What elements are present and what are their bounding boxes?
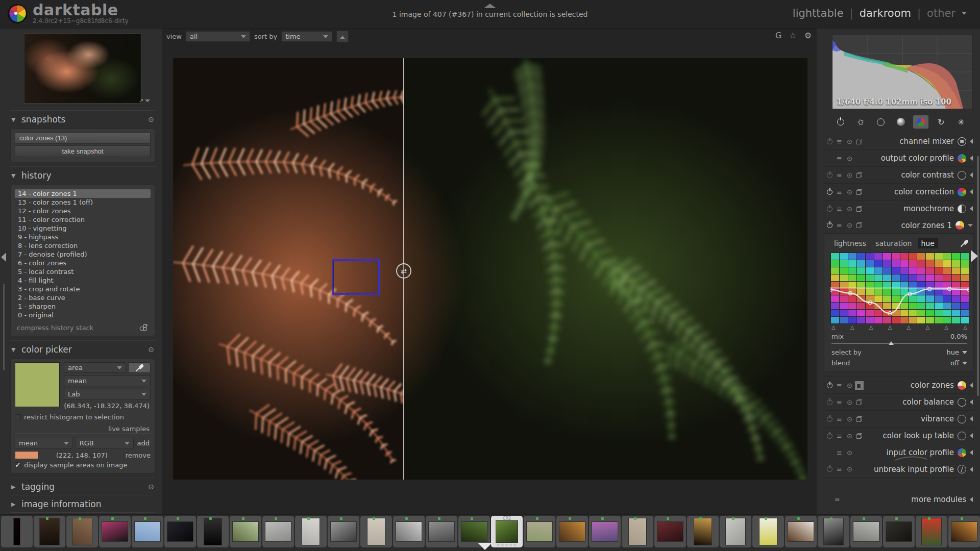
- restrict-histogram-row[interactable]: restrict histogram to selection: [15, 413, 151, 421]
- zone-marker[interactable]: △: [869, 324, 873, 330]
- right-panel-collapse-arrow[interactable]: [971, 250, 978, 264]
- overlays-toggle-icon[interactable]: ☆: [789, 31, 796, 40]
- filmstrip-thumbnail[interactable]: [622, 516, 653, 547]
- module-row-monochrome[interactable]: ≡⊙monochrome: [824, 200, 974, 217]
- reset-icon[interactable]: ⊙: [846, 415, 853, 423]
- blend-row[interactable]: blend off: [830, 357, 968, 368]
- filmstrip-thumbnail[interactable]: [948, 516, 980, 547]
- multi-instance-icon[interactable]: [856, 206, 862, 212]
- history-item[interactable]: 10 - vignetting: [15, 224, 151, 233]
- filmstrip-thumbnail[interactable]: [197, 516, 229, 547]
- history-item[interactable]: 14 - color zones 1: [15, 189, 151, 198]
- active-modules-icon[interactable]: [833, 115, 848, 129]
- power-icon[interactable]: [827, 433, 832, 439]
- history-item[interactable]: 6 - color zones: [15, 259, 151, 267]
- sample-color-swatch[interactable]: [15, 451, 38, 459]
- module-name[interactable]: output color profile: [881, 154, 954, 163]
- filmstrip-thumbnail[interactable]: [654, 516, 686, 547]
- module-row-vibrance[interactable]: ≡⊙vibrance: [824, 410, 974, 427]
- reset-icon[interactable]: ⊙: [846, 188, 853, 196]
- correction-group-icon[interactable]: ↻: [934, 115, 949, 129]
- collapse-arrow-icon[interactable]: [970, 497, 973, 502]
- reset-icon[interactable]: ⊙: [846, 432, 853, 440]
- filmstrip-thumbnail[interactable]: [818, 516, 849, 547]
- presets-icon[interactable]: ≡: [836, 138, 843, 145]
- zone-marker[interactable]: △: [963, 324, 967, 330]
- presets-icon[interactable]: ≡: [836, 205, 843, 213]
- view-other[interactable]: other: [927, 7, 955, 19]
- history-item[interactable]: 12 - color zones: [15, 207, 151, 215]
- picker-mode-select[interactable]: area: [64, 362, 126, 373]
- color-zones-curve-area[interactable]: [830, 253, 969, 324]
- module-row-unbreak-input-profile[interactable]: ≡⊙unbreak input profile∕: [824, 461, 974, 478]
- snapshots-header[interactable]: ▼ snapshots ⊙: [10, 110, 155, 128]
- reset-icon[interactable]: ⊙: [846, 382, 853, 389]
- filmstrip-thumbnail[interactable]: [883, 516, 915, 547]
- multi-instance-icon[interactable]: [856, 383, 862, 388]
- expand-arrow-icon[interactable]: [970, 206, 973, 211]
- expand-arrow-icon[interactable]: [970, 172, 973, 178]
- select-by-row[interactable]: select by hue: [830, 346, 968, 357]
- view-dropdown-icon[interactable]: [962, 12, 967, 15]
- filmstrip-thumbnail[interactable]: [164, 516, 196, 547]
- sample-area-rectangle[interactable]: [332, 259, 380, 295]
- expand-arrow-icon[interactable]: [970, 433, 973, 438]
- presets-icon[interactable]: ≡: [836, 382, 843, 389]
- module-row-output-color-profile[interactable]: ≡⊙output color profile: [824, 149, 974, 166]
- picker-space-select[interactable]: Lab: [64, 389, 151, 399]
- expand-arrow-icon[interactable]: [970, 467, 973, 472]
- filmstrip-thumbnail[interactable]: [426, 516, 457, 547]
- filmstrip-thumbnail[interactable]: [393, 516, 425, 547]
- presets-icon[interactable]: ≡: [836, 449, 843, 457]
- view-filter-select[interactable]: all: [186, 31, 250, 42]
- expand-arrow-icon[interactable]: [970, 399, 973, 405]
- expand-arrow-icon[interactable]: [970, 416, 973, 421]
- top-panel-collapse-arrow[interactable]: [484, 1, 496, 10]
- multi-instance-icon[interactable]: [856, 399, 862, 405]
- reset-icon[interactable]: ⊙: [148, 115, 154, 123]
- module-row-color-correction[interactable]: ≡⊙color correction: [824, 183, 974, 200]
- display-samples-row[interactable]: display sample areas on image: [15, 461, 151, 469]
- restrict-histogram-checkbox[interactable]: [15, 414, 21, 420]
- history-item[interactable]: 3 - crop and rotate: [15, 285, 151, 293]
- grouping-toggle-icon[interactable]: G: [775, 31, 781, 40]
- module-row-channel-mixer[interactable]: ≡⊙channel mixer≡: [824, 133, 974, 149]
- multi-instance-icon[interactable]: [856, 139, 862, 144]
- zone-marker[interactable]: △: [907, 324, 911, 330]
- filmstrip-thumbnail[interactable]: [34, 516, 65, 547]
- tab-hue[interactable]: hue: [918, 238, 938, 248]
- filmstrip-thumbnail[interactable]: [328, 516, 359, 547]
- reset-icon[interactable]: ⊙: [846, 449, 853, 457]
- filmstrip-thumbnail[interactable]: [360, 516, 392, 547]
- tab-saturation[interactable]: saturation: [872, 238, 915, 248]
- view-darkroom[interactable]: darkroom: [860, 7, 911, 19]
- power-icon[interactable]: [827, 383, 832, 388]
- multi-instance-icon[interactable]: [856, 416, 862, 422]
- module-row-color-look-up-table[interactable]: ≡⊙color look up table: [824, 427, 974, 444]
- power-icon[interactable]: [827, 189, 832, 195]
- module-name[interactable]: color zones: [911, 381, 954, 390]
- power-icon[interactable]: [827, 139, 832, 144]
- presets-icon[interactable]: ≡: [836, 221, 843, 229]
- expand-arrow-icon[interactable]: [970, 450, 973, 455]
- presets-icon[interactable]: ≡: [836, 171, 843, 179]
- filmstrip-thumbnail[interactable]: [785, 516, 817, 547]
- filmstrip-thumbnail[interactable]: [295, 516, 327, 547]
- module-name[interactable]: vibrance: [921, 414, 954, 423]
- snapshot-item-button[interactable]: color zones (13): [15, 132, 151, 144]
- filmstrip-thumbnail[interactable]: [99, 516, 131, 547]
- reset-icon[interactable]: ⊙: [148, 345, 154, 354]
- multi-instance-icon[interactable]: [856, 189, 862, 195]
- display-samples-checkbox[interactable]: [15, 462, 21, 468]
- filmstrip-thumbnail[interactable]: [230, 516, 261, 547]
- filmstrip-thumbnail[interactable]: [556, 516, 588, 547]
- image-canvas[interactable]: ⇄: [173, 58, 807, 480]
- module-row-color-zones[interactable]: ≡⊙color zones: [824, 377, 974, 393]
- history-item[interactable]: 9 - highpass: [15, 233, 151, 241]
- sample-space-select[interactable]: RGB: [76, 438, 134, 448]
- history-header[interactable]: ▼ history: [10, 166, 155, 184]
- reset-icon[interactable]: ⊙: [846, 138, 853, 145]
- bottom-panel-collapse-arrow[interactable]: [478, 543, 492, 550]
- filmstrip-thumbnail[interactable]: [752, 516, 784, 547]
- presets-icon[interactable]: ≡: [836, 415, 843, 423]
